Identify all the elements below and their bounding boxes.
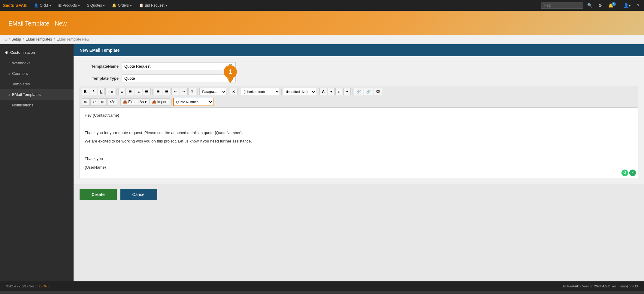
- footer-brand: SOFT: [41, 284, 49, 288]
- breadcrumb-setup[interactable]: Setup: [12, 37, 21, 41]
- chevron-down-icon: ▾: [78, 3, 80, 8]
- export-chevron: ▾: [145, 100, 147, 104]
- orders-icon: 🔔: [112, 3, 116, 8]
- template-name-row: TemplateName 📋: [80, 62, 638, 70]
- sidebar-item-notifications[interactable]: Notifications: [0, 100, 74, 110]
- chevron-down-icon: ▾: [130, 3, 132, 8]
- top-navigation: SecturaFAB 👤 CRM ▾ ▦ Products ▾ $ Quotes…: [0, 0, 644, 11]
- image-button[interactable]: 🖼: [374, 88, 382, 95]
- code-view-button[interactable]: </>: [107, 98, 117, 106]
- sidebar-item-email-templates[interactable]: EMail Templates: [0, 89, 74, 100]
- bg-color-button[interactable]: ◇: [335, 88, 343, 95]
- editor-line-6: Thank you: [85, 156, 633, 162]
- panel-header: New EMail Template: [74, 44, 644, 56]
- spell-check-icon[interactable]: ✓: [629, 170, 636, 176]
- text-color-arrow[interactable]: ▾: [328, 88, 335, 95]
- footer-left: ©2014 - 2023 - SecturaSOFT: [6, 284, 49, 288]
- crm-icon: 👤: [34, 3, 38, 8]
- align-center-button[interactable]: ☰: [126, 88, 134, 95]
- toolbar-separator-6: [281, 89, 282, 95]
- search-input[interactable]: [541, 2, 583, 9]
- export-icon: 📤: [123, 100, 127, 104]
- toolbar-separator-4: [228, 89, 228, 95]
- template-name-input-wrapper: 📋: [122, 62, 236, 70]
- strikethrough-button[interactable]: abc: [105, 88, 115, 95]
- nav-quotes[interactable]: $ Quotes ▾: [84, 0, 108, 11]
- settings-icon[interactable]: ⚙: [597, 3, 604, 8]
- cancel-button[interactable]: Cancel: [120, 189, 158, 200]
- breadcrumb-current: EMail Template New: [56, 37, 89, 41]
- bg-color-arrow[interactable]: ▾: [343, 88, 351, 95]
- grammar-icon[interactable]: G: [621, 170, 628, 176]
- size-select[interactable]: (inherited size): [283, 88, 316, 95]
- page-subtitle: New: [55, 20, 67, 27]
- variable-select-wrapper: Quote Number Contact Name UserName: [173, 98, 213, 106]
- brand-suffix: FAB: [18, 3, 27, 8]
- template-name-input[interactable]: [124, 64, 228, 69]
- panel: New EMail Template TemplateName 📋 Templa…: [74, 44, 644, 184]
- indent-more-button[interactable]: ⇥: [180, 88, 188, 95]
- align-right-button[interactable]: ≡: [135, 88, 142, 95]
- nav-bid-request[interactable]: 📋 Bid Request ▾: [136, 0, 170, 11]
- editor-line-7: {UserName}: [85, 164, 633, 171]
- home-icon[interactable]: ⌂: [5, 37, 7, 41]
- nav-orders[interactable]: 🔔 Orders ▾: [109, 0, 135, 11]
- sidebar-item-counters[interactable]: Counters: [0, 68, 74, 79]
- editor-line-3: Thank you for your quote request. Please…: [85, 130, 633, 136]
- nav-crm[interactable]: 👤 CRM ▾: [31, 0, 54, 11]
- font-select[interactable]: (inherited font): [241, 88, 280, 95]
- variable-select[interactable]: Quote Number Contact Name UserName: [174, 98, 213, 106]
- indent-less-button[interactable]: ⇤: [171, 88, 179, 95]
- nav-products[interactable]: ▦ Products ▾: [55, 0, 83, 11]
- editor-bottom-icons: G ✓: [621, 170, 636, 176]
- unlink-button[interactable]: 🔗: [364, 88, 373, 95]
- breadcrumb: ⌂ / Setup / EMail Templates / EMail Temp…: [0, 35, 644, 44]
- export-as-button[interactable]: 📤 Export As ▾: [120, 98, 149, 106]
- toolbar-separator-3: [198, 89, 198, 95]
- template-type-select[interactable]: Quote Order Invoice Purchase Order: [122, 74, 236, 82]
- link-button[interactable]: 🔗: [354, 88, 363, 95]
- sidebar-item-templates[interactable]: Templates: [0, 79, 74, 89]
- editor-line-5: [85, 147, 633, 153]
- bold-button[interactable]: B: [82, 88, 89, 95]
- notifications-icon[interactable]: 🔔0: [606, 3, 619, 8]
- page-title: EMail Template New: [6, 18, 67, 28]
- user-icon[interactable]: 👤▾: [622, 3, 633, 8]
- italic-button[interactable]: I: [90, 88, 97, 95]
- import-button[interactable]: 📥 Import: [150, 98, 170, 106]
- main-layout: ⚙ Customization Webhooks Counters Templa…: [0, 44, 644, 281]
- subscript-button[interactable]: x₂: [82, 98, 90, 106]
- action-bar: Create Cancel: [74, 184, 644, 205]
- toolbar-separator-8: [352, 89, 352, 95]
- clear-format-button[interactable]: ✖: [230, 88, 237, 95]
- create-button[interactable]: Create: [80, 189, 117, 200]
- text-color-button[interactable]: A: [319, 88, 327, 95]
- nav-right: 🔍 ⚙ 🔔0 👤▾ ?: [541, 2, 641, 9]
- chevron-down-icon: ▾: [49, 3, 51, 8]
- toolbar-separator-9: [119, 99, 119, 105]
- help-icon[interactable]: ?: [635, 3, 641, 8]
- ordered-list-button[interactable]: ☰: [163, 88, 171, 95]
- sidebar: ⚙ Customization Webhooks Counters Templa…: [0, 44, 74, 281]
- template-type-select-wrapper: Quote Order Invoice Purchase Order: [122, 74, 236, 82]
- justify-button[interactable]: ☰: [143, 88, 151, 95]
- calendar-icon: 📋: [228, 64, 233, 69]
- editor-line-2: [85, 121, 633, 127]
- align-left-button[interactable]: ≡: [118, 88, 125, 95]
- editor-area[interactable]: Hey {ContactName} Thank you for your quo…: [80, 107, 638, 178]
- sidebar-item-webhooks[interactable]: Webhooks: [0, 58, 74, 68]
- paragraph-select[interactable]: Paragra...: [199, 88, 226, 95]
- search-icon[interactable]: 🔍: [585, 3, 594, 8]
- underline-button[interactable]: U: [98, 88, 105, 95]
- brand-logo[interactable]: SecturaFAB: [3, 3, 27, 8]
- gear-icon: ⚙: [5, 50, 8, 55]
- unordered-list-button[interactable]: ☰: [154, 88, 162, 95]
- editor-line-1: Hey {ContactName}: [85, 112, 633, 119]
- editor-toolbar-row1: B I U abc ≡ ☰ ≡ ☰ ☰ ☰ ⇤ ⇥ ⊞: [80, 87, 638, 96]
- content-area: New EMail Template TemplateName 📋 Templa…: [74, 44, 644, 281]
- breadcrumb-email-templates[interactable]: EMail Templates: [26, 37, 52, 41]
- panel-body: TemplateName 📋 Template Type Quote Order…: [74, 56, 644, 184]
- superscript-button[interactable]: x²: [90, 98, 98, 106]
- table-button-row1[interactable]: ⊞: [188, 88, 196, 95]
- insert-table-button[interactable]: ⊞: [99, 98, 107, 106]
